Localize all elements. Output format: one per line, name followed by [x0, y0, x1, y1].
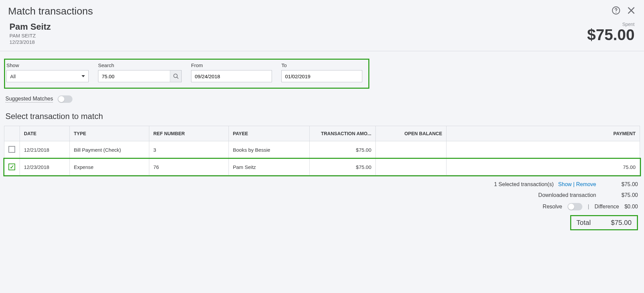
account-name: Pam Seitz: [9, 22, 51, 32]
select-transaction-heading: Select transaction to match: [5, 112, 640, 121]
total-amount: $75.00: [611, 219, 632, 227]
row-ref: 3: [149, 141, 229, 159]
to-label: To: [281, 62, 362, 68]
resolve-label: Resolve: [543, 204, 562, 210]
column-amount[interactable]: TRANSACTION AMO...: [310, 126, 376, 141]
column-ref[interactable]: REF NUMBER: [149, 126, 229, 141]
row-payment: [447, 141, 640, 159]
vertical-separator: |: [588, 204, 589, 210]
column-type[interactable]: TYPE: [70, 126, 149, 141]
show-selected-link[interactable]: Show: [558, 181, 572, 187]
page-title: Match transactions: [8, 5, 93, 17]
total-label: Total: [577, 219, 591, 227]
total-box: Total $75.00: [570, 215, 638, 230]
account-subtitle: PAM SEITZ: [9, 33, 51, 38]
row-type: Bill Payment (Check): [70, 141, 149, 159]
help-icon[interactable]: [612, 6, 620, 16]
show-dropdown[interactable]: All: [6, 70, 89, 82]
to-date-input[interactable]: [281, 70, 362, 82]
row-payment: 75.00: [447, 159, 640, 175]
selected-amount: $75.00: [601, 181, 638, 187]
row-amount: $75.00: [310, 159, 376, 175]
remove-selected-link[interactable]: Remove: [576, 181, 596, 187]
difference-amount: $0.00: [624, 204, 638, 210]
column-date[interactable]: DATE: [20, 126, 70, 141]
suggested-matches-toggle[interactable]: [58, 95, 72, 103]
summary-section: 1 Selected transaction(s) Show | Remove …: [4, 181, 640, 230]
row-amount: $75.00: [310, 141, 376, 159]
transactions-table: DATE TYPE REF NUMBER PAYEE TRANSACTION A…: [4, 126, 640, 175]
row-checkbox-cell: [4, 141, 20, 159]
toggle-knob: [568, 204, 574, 210]
show-label: Show: [6, 62, 89, 68]
row-ref: 76: [149, 159, 229, 175]
search-button[interactable]: [170, 70, 181, 82]
from-label: From: [191, 62, 272, 68]
table-row[interactable]: 12/21/2018Bill Payment (Check)3Books by …: [4, 141, 640, 159]
suggested-matches-row: Suggested Matches: [5, 95, 640, 103]
row-balance: [376, 159, 447, 175]
row-payee: Books by Bessie: [229, 141, 310, 159]
row-balance: [376, 141, 447, 159]
toggle-knob: [58, 96, 64, 102]
suggested-matches-label: Suggested Matches: [5, 96, 53, 102]
filter-bar: Show All Search From To: [4, 59, 369, 89]
row-date: 12/21/2018: [20, 141, 70, 159]
column-payment[interactable]: PAYMENT: [447, 126, 640, 141]
dialog-header: Match transactions: [0, 0, 644, 20]
row-checkbox-cell: [4, 159, 20, 175]
svg-line-5: [177, 77, 178, 79]
search-input[interactable]: [98, 70, 170, 82]
search-label: Search: [98, 62, 182, 68]
row-type: Expense: [70, 159, 149, 175]
table-row[interactable]: 12/23/2018Expense76Pam Seitz$75.0075.00: [4, 159, 640, 175]
header-actions: [612, 6, 636, 17]
account-date: 12/23/2018: [9, 39, 51, 45]
svg-point-1: [616, 12, 616, 12]
spent-amount: $75.00: [587, 26, 635, 44]
row-checkbox[interactable]: [8, 164, 15, 170]
column-balance[interactable]: OPEN BALANCE: [376, 126, 447, 141]
selected-count-label: 1 Selected transaction(s): [494, 181, 554, 187]
account-summary: Pam Seitz PAM SEITZ 12/23/2018 Spent $75…: [0, 20, 644, 51]
column-checkbox: [4, 126, 20, 141]
downloaded-amount: $75.00: [601, 192, 638, 198]
row-date: 12/23/2018: [20, 159, 70, 175]
column-payee[interactable]: PAYEE: [229, 126, 310, 141]
from-date-input[interactable]: [191, 70, 272, 82]
caret-down-icon: [82, 75, 85, 77]
difference-label: Difference: [594, 204, 619, 210]
row-checkbox[interactable]: [8, 146, 15, 153]
downloaded-label: Downloaded transaction: [422, 192, 596, 198]
row-payee: Pam Seitz: [229, 159, 310, 175]
resolve-toggle[interactable]: [568, 203, 582, 210]
close-icon[interactable]: [626, 6, 636, 17]
show-value: All: [10, 74, 16, 79]
